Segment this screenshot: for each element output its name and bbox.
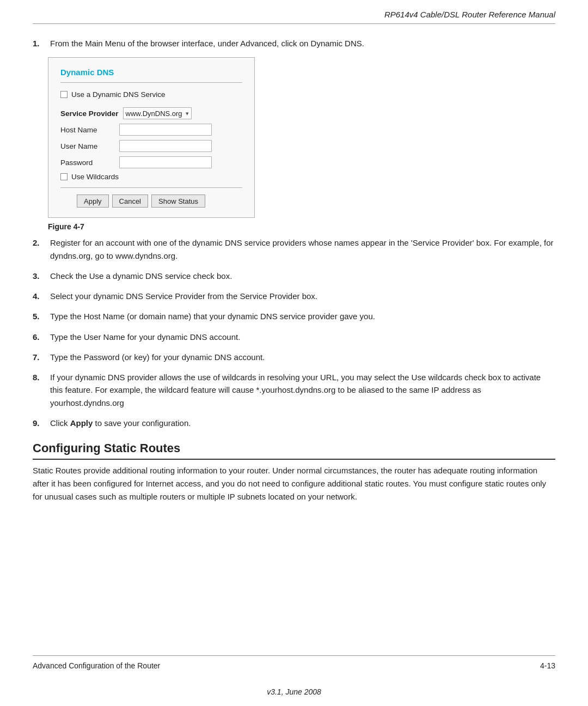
cancel-button[interactable]: Cancel [112,194,148,208]
step-8-text: If your dynamic DNS provider allows the … [50,371,555,409]
password-input[interactable] [119,156,212,168]
wildcards-row[interactable]: Use Wildcards [60,173,242,181]
step-9-text: Click Apply to save your configuration. [50,417,555,429]
section-body: Static Routes provide additional routing… [33,464,555,503]
show-status-button[interactable]: Show Status [151,194,205,208]
footer-center: v3.1, June 2008 [267,687,321,696]
service-provider-select[interactable]: www.DynDNS.org ▾ [123,107,192,119]
password-label: Password [60,159,115,167]
page-container: RP614v4 Cable/DSL Router Reference Manua… [0,0,588,706]
step-7-text: Type the Password (or key) for your dyna… [50,351,555,363]
use-dns-label: Use a Dynamic DNS Service [71,90,166,99]
service-provider-value: www.DynDNS.org [126,109,182,118]
figure-caption: Figure 4-7 [48,222,555,231]
host-name-row: Host Name [60,124,242,136]
step-2: 2. Register for an account with one of t… [33,236,555,262]
page-footer: Advanced Configuration of the Router 4-1… [33,655,555,673]
step-8-num: 8. [33,371,45,409]
dns-button-row: Apply Cancel Show Status [60,194,242,208]
user-name-label: User Name [60,142,115,150]
step-2-num: 2. [33,236,45,262]
dns-bottom-divider [60,187,242,188]
service-provider-label: Service Provider [60,109,119,118]
step-5: 5. Type the Host Name (or domain name) t… [33,310,555,322]
dns-panel: Dynamic DNS Use a Dynamic DNS Service Se… [48,57,255,218]
apply-button[interactable]: Apply [77,194,109,208]
page-header: RP614v4 Cable/DSL Router Reference Manua… [33,0,555,24]
host-name-input[interactable] [119,124,212,136]
step-1-num: 1. [33,37,45,50]
step-7: 7. Type the Password (or key) for your d… [33,351,555,363]
chevron-down-icon: ▾ [186,110,189,117]
user-name-input[interactable] [119,140,212,152]
dns-panel-title: Dynamic DNS [60,68,242,77]
password-row: Password [60,156,242,168]
use-dns-checkbox[interactable] [60,91,68,98]
footer-left: Advanced Configuration of the Router [33,661,160,670]
wildcards-checkbox[interactable] [60,173,68,180]
step-8: 8. If your dynamic DNS provider allows t… [33,371,555,409]
step-3: 3. Check the Use a dynamic DNS service c… [33,270,555,282]
step-7-num: 7. [33,351,45,363]
step-5-text: Type the Host Name (or domain name) that… [50,310,555,322]
service-provider-row: Service Provider www.DynDNS.org ▾ [60,107,242,119]
section-heading: Configuring Static Routes [33,441,555,460]
wildcards-label: Use Wildcards [71,173,119,181]
step-3-num: 3. [33,270,45,282]
user-name-row: User Name [60,140,242,152]
step-4: 4. Select your dynamic DNS Service Provi… [33,290,555,302]
step-6: 6. Type the User Name for your dynamic D… [33,331,555,343]
step-2-text: Register for an account with one of the … [50,236,555,262]
dns-top-divider [60,82,242,83]
footer-right: 4-13 [540,661,555,670]
step-1: 1. From the Main Menu of the browser int… [33,37,555,50]
apply-bold: Apply [70,418,93,428]
step-1-text: From the Main Menu of the browser interf… [50,37,555,50]
step-9-num: 9. [33,417,45,429]
use-dns-row[interactable]: Use a Dynamic DNS Service [60,90,242,99]
step-6-text: Type the User Name for your dynamic DNS … [50,331,555,343]
step-9: 9. Click Apply to save your configuratio… [33,417,555,429]
step-5-num: 5. [33,310,45,322]
step-4-num: 4. [33,290,45,302]
step-3-text: Check the Use a dynamic DNS service chec… [50,270,555,282]
step-6-num: 6. [33,331,45,343]
dns-figure-wrap: Dynamic DNS Use a Dynamic DNS Service Se… [48,57,555,231]
step-4-text: Select your dynamic DNS Service Provider… [50,290,555,302]
header-title: RP614v4 Cable/DSL Router Reference Manua… [384,10,555,19]
main-content: 1. From the Main Menu of the browser int… [33,37,555,655]
host-name-label: Host Name [60,126,115,134]
